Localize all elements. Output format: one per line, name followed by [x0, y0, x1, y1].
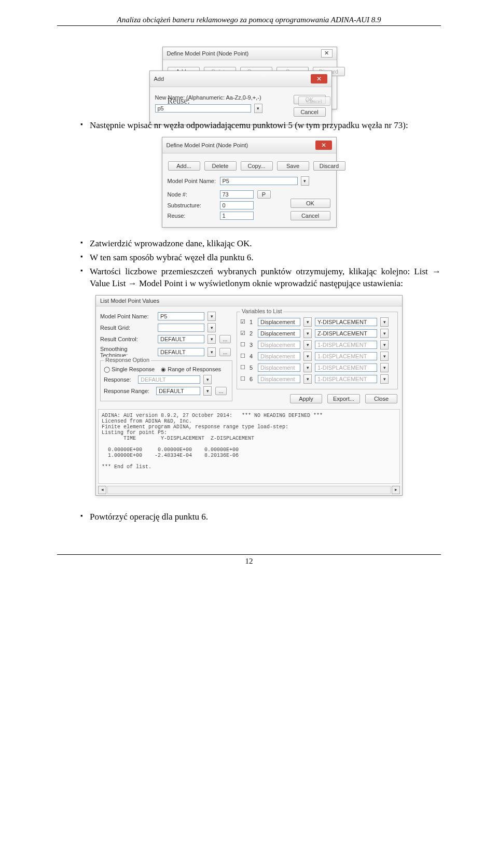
ellipsis-button[interactable]: ... [219, 335, 231, 343]
reuse-input[interactable]: 1 [220, 212, 254, 220]
chevron-down-icon: ▾ [380, 363, 389, 372]
add-button[interactable]: Add... [168, 161, 200, 171]
bullet-text: Powtórzyć operację dla punktu 6. [80, 511, 441, 523]
chevron-down-icon[interactable]: ▾ [208, 312, 216, 321]
page-number: 12 [57, 554, 441, 566]
copy-button[interactable]: Copy... [241, 161, 273, 171]
scroll-left-icon[interactable]: ◂ [98, 486, 106, 494]
output-textarea: ADINA: AUI version 8.9.2, 27 October 201… [98, 409, 400, 484]
var-checkbox[interactable]: ☑ [240, 318, 246, 325]
var-value-input: 1-DISPLACEMENT [315, 375, 377, 383]
save-button[interactable]: Save [277, 161, 309, 171]
range-response-label: Range of Responses [168, 366, 221, 372]
ok-button[interactable]: OK [290, 199, 330, 208]
chevron-down-icon[interactable]: ▾ [380, 317, 389, 327]
chevron-down-icon[interactable]: ▾ [303, 317, 312, 327]
dialog-title: Define Model Point (Node Point) [167, 142, 248, 148]
var-category-input: Displacement [258, 341, 300, 349]
result-control-input[interactable]: DEFAULT [158, 335, 204, 343]
chevron-down-icon: ▾ [303, 340, 312, 349]
cancel-button[interactable]: Cancel [290, 211, 330, 220]
var-category-input: Displacement [258, 352, 300, 360]
vars-to-list-label: Variables to List [240, 308, 283, 314]
chevron-down-icon[interactable]: ▾ [301, 176, 309, 186]
var-number: 4 [250, 353, 255, 359]
var-value-input[interactable]: Z-DISPLACEMENT [315, 329, 377, 338]
cancel-button-bg: Cancel [298, 96, 330, 106]
var-value-input: 1-DISPLACEMENT [315, 363, 377, 372]
chevron-down-icon[interactable]: ▾ [208, 347, 216, 357]
mpn-input[interactable]: P5 [220, 177, 298, 185]
ellipsis-button[interactable]: ... [219, 348, 231, 356]
var-checkbox[interactable]: ☐ [240, 341, 246, 348]
chevron-down-icon: ▾ [380, 374, 389, 384]
dialog-title: Define Model Point (Node Point) ✕ [163, 47, 337, 60]
result-control-label: Result Control: [100, 336, 155, 342]
p-button[interactable]: P [257, 190, 271, 199]
page-header: Analiza obciążeń baneru reklamowego za p… [57, 16, 441, 26]
var-checkbox[interactable]: ☐ [240, 375, 246, 382]
var-number: 1 [250, 319, 255, 325]
chevron-down-icon: ▾ [303, 352, 312, 361]
dialog-title-text: Define Model Point (Node Point) [167, 50, 249, 57]
var-checkbox[interactable]: ☐ [240, 353, 246, 359]
dialog-title: List Model Point Values [100, 298, 159, 304]
bullet-text: Wartości liczbowe przemieszczeń wybranyc… [80, 266, 441, 290]
response-option-label: Response Option [104, 357, 151, 363]
mpn-input[interactable]: P5 [158, 312, 204, 320]
ellipsis-button[interactable]: ... [215, 387, 227, 395]
var-category-input: Displacement [258, 375, 300, 383]
var-value-input: 1-DISPLACEMENT [315, 352, 377, 360]
close-icon[interactable]: ✕ [321, 49, 333, 58]
mpn-label: Model Point Name: [168, 178, 217, 184]
var-checkbox[interactable]: ☑ [240, 330, 246, 337]
bullet-text: Następnie wpisać nr węzła odpowiadającem… [80, 120, 441, 132]
cancel-button[interactable]: Cancel [294, 107, 326, 117]
mpn-label: Model Point Name: [100, 313, 155, 319]
var-category-input: Displacement [258, 363, 300, 372]
close-icon[interactable]: ✕ [315, 141, 332, 150]
var-number: 5 [250, 365, 255, 371]
chevron-down-icon[interactable]: ▾ [203, 386, 212, 396]
chevron-down-icon: ▾ [380, 352, 389, 361]
scroll-right-icon[interactable]: ▸ [392, 486, 400, 494]
node-input[interactable]: 73 [220, 190, 254, 199]
resp-range-input[interactable]: DEFAULT [156, 387, 200, 395]
apply-button[interactable]: Apply [290, 394, 322, 403]
chevron-down-icon: ▾ [303, 363, 312, 372]
sub-label: Substructure: [168, 202, 217, 208]
smoothing-input[interactable]: DEFAULT [158, 348, 204, 356]
bullet-text: Zatwierdzić wprowadzone dane, klikając O… [80, 238, 441, 250]
single-response-radio[interactable]: ◯ Single Response [104, 366, 155, 373]
result-grid-label: Result Grid: [100, 325, 155, 331]
export-button[interactable]: Export... [327, 394, 360, 403]
chevron-down-icon[interactable]: ▾ [208, 334, 216, 344]
resp-range-label: Response Range: [104, 388, 153, 394]
var-category-input[interactable]: Displacement [258, 318, 300, 326]
var-number: 2 [250, 330, 255, 337]
chevron-down-icon: ▾ [380, 340, 389, 349]
chevron-down-icon[interactable]: ▾ [380, 329, 389, 338]
var-number: 3 [250, 342, 255, 348]
result-grid-input [158, 324, 204, 332]
response-label: Response: [104, 376, 135, 383]
node-label: Node #: [168, 191, 217, 198]
var-number: 6 [250, 376, 255, 382]
var-value-input: 1-DISPLACEMENT [315, 341, 377, 349]
range-response-radio[interactable]: ◉ Range of Responses [161, 366, 221, 373]
chevron-down-icon: ▾ [203, 375, 212, 384]
single-response-label: Single Response [112, 366, 155, 372]
reuse-label: Reuse: [168, 96, 190, 106]
var-value-input[interactable]: Y-DISPLACEMENT [315, 318, 377, 326]
chevron-down-icon[interactable]: ▾ [303, 329, 312, 338]
bullet-text: W ten sam sposób wybrać węzeł dla punktu… [80, 252, 441, 264]
reuse-label: Reuse: [168, 213, 217, 219]
sub-input[interactable]: 0 [220, 201, 254, 209]
close-button[interactable]: Close [365, 394, 397, 403]
delete-button[interactable]: Delete [204, 161, 237, 171]
add-dialog-title: Add [154, 76, 164, 82]
discard-button[interactable]: Discard [313, 161, 345, 171]
var-category-input[interactable]: Displacement [258, 329, 300, 338]
close-icon[interactable]: ✕ [311, 74, 327, 83]
var-checkbox[interactable]: ☐ [240, 364, 246, 371]
